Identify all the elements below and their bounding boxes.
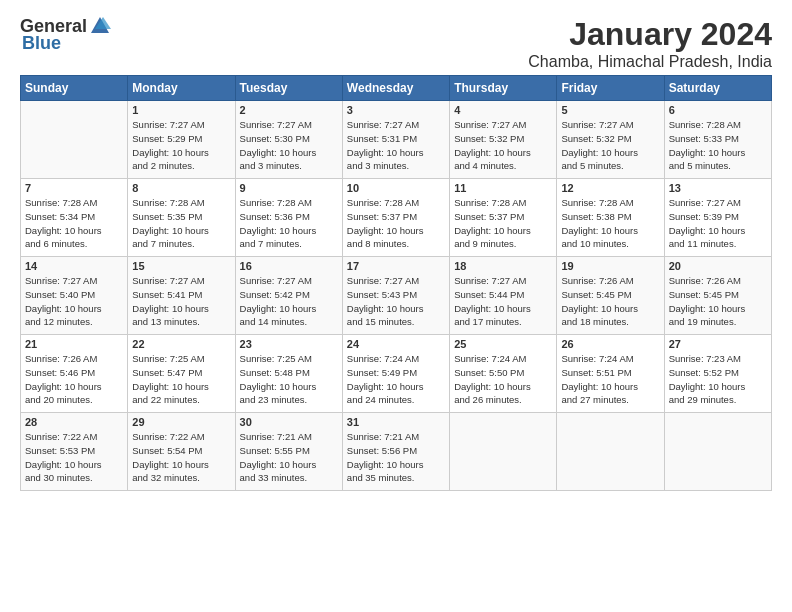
day-info: Sunrise: 7:28 AMSunset: 5:37 PMDaylight:…: [454, 196, 552, 251]
calendar-cell: [450, 413, 557, 491]
day-info: Sunrise: 7:27 AMSunset: 5:32 PMDaylight:…: [561, 118, 659, 173]
day-info: Sunrise: 7:27 AMSunset: 5:43 PMDaylight:…: [347, 274, 445, 329]
calendar-cell: 11Sunrise: 7:28 AMSunset: 5:37 PMDayligh…: [450, 179, 557, 257]
day-number: 7: [25, 182, 123, 194]
day-info: Sunrise: 7:28 AMSunset: 5:33 PMDaylight:…: [669, 118, 767, 173]
day-number: 21: [25, 338, 123, 350]
header-day-wednesday: Wednesday: [342, 76, 449, 101]
day-info: Sunrise: 7:28 AMSunset: 5:35 PMDaylight:…: [132, 196, 230, 251]
calendar-cell: 24Sunrise: 7:24 AMSunset: 5:49 PMDayligh…: [342, 335, 449, 413]
header-day-saturday: Saturday: [664, 76, 771, 101]
day-info: Sunrise: 7:23 AMSunset: 5:52 PMDaylight:…: [669, 352, 767, 407]
day-info: Sunrise: 7:21 AMSunset: 5:56 PMDaylight:…: [347, 430, 445, 485]
calendar-cell: 12Sunrise: 7:28 AMSunset: 5:38 PMDayligh…: [557, 179, 664, 257]
day-info: Sunrise: 7:24 AMSunset: 5:49 PMDaylight:…: [347, 352, 445, 407]
calendar-cell: 19Sunrise: 7:26 AMSunset: 5:45 PMDayligh…: [557, 257, 664, 335]
day-info: Sunrise: 7:28 AMSunset: 5:38 PMDaylight:…: [561, 196, 659, 251]
calendar-cell: [21, 101, 128, 179]
calendar-cell: 17Sunrise: 7:27 AMSunset: 5:43 PMDayligh…: [342, 257, 449, 335]
day-number: 19: [561, 260, 659, 272]
day-number: 9: [240, 182, 338, 194]
calendar-cell: 20Sunrise: 7:26 AMSunset: 5:45 PMDayligh…: [664, 257, 771, 335]
day-number: 4: [454, 104, 552, 116]
day-number: 12: [561, 182, 659, 194]
calendar-cell: 9Sunrise: 7:28 AMSunset: 5:36 PMDaylight…: [235, 179, 342, 257]
day-info: Sunrise: 7:25 AMSunset: 5:47 PMDaylight:…: [132, 352, 230, 407]
day-number: 28: [25, 416, 123, 428]
week-row-2: 7Sunrise: 7:28 AMSunset: 5:34 PMDaylight…: [21, 179, 772, 257]
day-number: 15: [132, 260, 230, 272]
calendar-cell: 26Sunrise: 7:24 AMSunset: 5:51 PMDayligh…: [557, 335, 664, 413]
title-month-year: January 2024: [528, 16, 772, 53]
day-number: 20: [669, 260, 767, 272]
calendar-cell: [557, 413, 664, 491]
calendar-cell: 6Sunrise: 7:28 AMSunset: 5:33 PMDaylight…: [664, 101, 771, 179]
day-number: 3: [347, 104, 445, 116]
day-info: Sunrise: 7:25 AMSunset: 5:48 PMDaylight:…: [240, 352, 338, 407]
day-info: Sunrise: 7:21 AMSunset: 5:55 PMDaylight:…: [240, 430, 338, 485]
day-info: Sunrise: 7:22 AMSunset: 5:54 PMDaylight:…: [132, 430, 230, 485]
day-info: Sunrise: 7:24 AMSunset: 5:51 PMDaylight:…: [561, 352, 659, 407]
day-info: Sunrise: 7:27 AMSunset: 5:39 PMDaylight:…: [669, 196, 767, 251]
day-number: 13: [669, 182, 767, 194]
calendar-cell: 8Sunrise: 7:28 AMSunset: 5:35 PMDaylight…: [128, 179, 235, 257]
calendar-cell: 25Sunrise: 7:24 AMSunset: 5:50 PMDayligh…: [450, 335, 557, 413]
page: General Blue January 2024 Chamba, Himach…: [0, 0, 792, 501]
calendar-cell: 10Sunrise: 7:28 AMSunset: 5:37 PMDayligh…: [342, 179, 449, 257]
day-number: 30: [240, 416, 338, 428]
day-number: 1: [132, 104, 230, 116]
week-row-1: 1Sunrise: 7:27 AMSunset: 5:29 PMDaylight…: [21, 101, 772, 179]
header-row: SundayMondayTuesdayWednesdayThursdayFrid…: [21, 76, 772, 101]
calendar-cell: 27Sunrise: 7:23 AMSunset: 5:52 PMDayligh…: [664, 335, 771, 413]
day-info: Sunrise: 7:27 AMSunset: 5:41 PMDaylight:…: [132, 274, 230, 329]
calendar-cell: 16Sunrise: 7:27 AMSunset: 5:42 PMDayligh…: [235, 257, 342, 335]
day-number: 17: [347, 260, 445, 272]
day-info: Sunrise: 7:27 AMSunset: 5:31 PMDaylight:…: [347, 118, 445, 173]
day-info: Sunrise: 7:27 AMSunset: 5:30 PMDaylight:…: [240, 118, 338, 173]
day-info: Sunrise: 7:27 AMSunset: 5:44 PMDaylight:…: [454, 274, 552, 329]
day-number: 5: [561, 104, 659, 116]
day-info: Sunrise: 7:26 AMSunset: 5:45 PMDaylight:…: [561, 274, 659, 329]
calendar-cell: [664, 413, 771, 491]
calendar-table: SundayMondayTuesdayWednesdayThursdayFrid…: [20, 75, 772, 491]
day-info: Sunrise: 7:27 AMSunset: 5:42 PMDaylight:…: [240, 274, 338, 329]
day-number: 22: [132, 338, 230, 350]
day-number: 2: [240, 104, 338, 116]
calendar-cell: 15Sunrise: 7:27 AMSunset: 5:41 PMDayligh…: [128, 257, 235, 335]
header-day-sunday: Sunday: [21, 76, 128, 101]
calendar-cell: 14Sunrise: 7:27 AMSunset: 5:40 PMDayligh…: [21, 257, 128, 335]
calendar-cell: 23Sunrise: 7:25 AMSunset: 5:48 PMDayligh…: [235, 335, 342, 413]
day-number: 18: [454, 260, 552, 272]
day-number: 16: [240, 260, 338, 272]
day-number: 14: [25, 260, 123, 272]
day-info: Sunrise: 7:27 AMSunset: 5:29 PMDaylight:…: [132, 118, 230, 173]
calendar-cell: 13Sunrise: 7:27 AMSunset: 5:39 PMDayligh…: [664, 179, 771, 257]
calendar-cell: 22Sunrise: 7:25 AMSunset: 5:47 PMDayligh…: [128, 335, 235, 413]
header: General Blue January 2024 Chamba, Himach…: [20, 16, 772, 71]
calendar-cell: 28Sunrise: 7:22 AMSunset: 5:53 PMDayligh…: [21, 413, 128, 491]
week-row-4: 21Sunrise: 7:26 AMSunset: 5:46 PMDayligh…: [21, 335, 772, 413]
header-day-thursday: Thursday: [450, 76, 557, 101]
header-day-tuesday: Tuesday: [235, 76, 342, 101]
week-row-3: 14Sunrise: 7:27 AMSunset: 5:40 PMDayligh…: [21, 257, 772, 335]
logo-blue: Blue: [22, 33, 61, 54]
title-location: Chamba, Himachal Pradesh, India: [528, 53, 772, 71]
day-number: 11: [454, 182, 552, 194]
day-info: Sunrise: 7:28 AMSunset: 5:36 PMDaylight:…: [240, 196, 338, 251]
day-number: 26: [561, 338, 659, 350]
calendar-cell: 2Sunrise: 7:27 AMSunset: 5:30 PMDaylight…: [235, 101, 342, 179]
day-info: Sunrise: 7:27 AMSunset: 5:32 PMDaylight:…: [454, 118, 552, 173]
day-number: 31: [347, 416, 445, 428]
day-number: 8: [132, 182, 230, 194]
header-day-friday: Friday: [557, 76, 664, 101]
day-number: 27: [669, 338, 767, 350]
calendar-cell: 4Sunrise: 7:27 AMSunset: 5:32 PMDaylight…: [450, 101, 557, 179]
calendar-cell: 21Sunrise: 7:26 AMSunset: 5:46 PMDayligh…: [21, 335, 128, 413]
day-info: Sunrise: 7:26 AMSunset: 5:46 PMDaylight:…: [25, 352, 123, 407]
day-info: Sunrise: 7:22 AMSunset: 5:53 PMDaylight:…: [25, 430, 123, 485]
day-number: 6: [669, 104, 767, 116]
calendar-cell: 1Sunrise: 7:27 AMSunset: 5:29 PMDaylight…: [128, 101, 235, 179]
day-info: Sunrise: 7:27 AMSunset: 5:40 PMDaylight:…: [25, 274, 123, 329]
day-number: 24: [347, 338, 445, 350]
week-row-5: 28Sunrise: 7:22 AMSunset: 5:53 PMDayligh…: [21, 413, 772, 491]
